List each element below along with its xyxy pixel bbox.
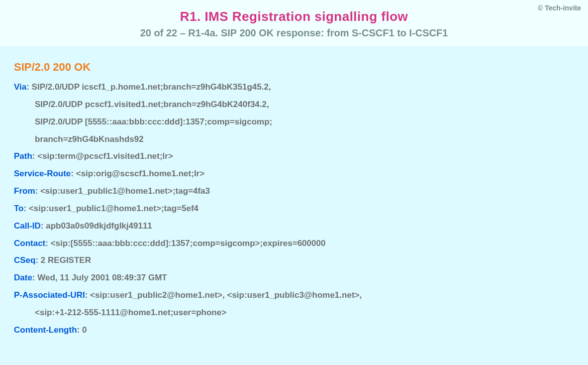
header-via-cont: SIP/2.0/UDP [5555::aaa:bbb:ccc:ddd]:1357… — [35, 114, 574, 131]
header-value: 0 — [82, 325, 87, 335]
page-subtitle: 20 of 22 – R1-4a. SIP 200 OK response: f… — [10, 27, 578, 39]
header-cseq: CSeq: 2 REGISTER — [14, 252, 574, 269]
header-name: Via — [14, 82, 26, 92]
header-name: Date — [14, 273, 32, 282]
header-value: <sip:user1_public2@home1.net>, <sip:user… — [90, 290, 362, 300]
sip-message-panel: SIP/2.0 200 OK Via: SIP/2.0/UDP icscf1_p… — [0, 46, 588, 365]
header-value: <sip:orig@scscf1.home1.net;lr> — [76, 169, 204, 178]
header-value: <sip:term@pcscf1.visited1.net;lr> — [37, 151, 173, 161]
sip-status-line: SIP/2.0 200 OK — [14, 61, 574, 74]
header-name: From — [14, 186, 35, 196]
header-name: Call-ID — [14, 221, 41, 231]
header-name: CSeq — [14, 255, 35, 265]
header-band: © Tech-invite R1. IMS Registration signa… — [0, 0, 588, 46]
header-service-route: Service-Route: <sip:orig@scscf1.home1.ne… — [14, 165, 574, 183]
header-content-length: Content-Length: 0 — [14, 322, 574, 339]
header-value: Wed, 11 July 2001 08:49:37 GMT — [37, 273, 167, 282]
header-path: Path: <sip:term@pcscf1.visited1.net;lr> — [14, 148, 574, 165]
page-title: R1. IMS Registration signalling flow — [10, 9, 578, 24]
header-name: To — [14, 204, 24, 213]
header-value: <sip:user1_public1@home1.net>;tag=4fa3 — [40, 186, 210, 196]
header-from: From: <sip:user1_public1@home1.net>;tag=… — [14, 183, 574, 200]
copyright-text: © Tech-invite — [538, 4, 581, 12]
header-name: Service-Route — [14, 169, 71, 178]
header-to: To: <sip:user1_public1@home1.net>;tag=5e… — [14, 200, 574, 218]
header-name: Content-Length — [14, 325, 77, 335]
header-p-associated-uri: P-Associated-URI: <sip:user1_public2@hom… — [14, 287, 574, 304]
header-value: apb03a0s09dkjdfglkj49111 — [46, 221, 152, 231]
header-via: Via: SIP/2.0/UDP icscf1_p.home1.net;bran… — [14, 79, 574, 96]
header-value: <sip:[5555::aaa:bbb:ccc:ddd]:1357;comp=s… — [51, 239, 326, 248]
header-contact: Contact: <sip:[5555::aaa:bbb:ccc:ddd]:13… — [14, 235, 574, 252]
header-date: Date: Wed, 11 July 2001 08:49:37 GMT — [14, 269, 574, 287]
header-value: <sip:user1_public1@home1.net>;tag=5ef4 — [29, 204, 198, 213]
header-value: 2 REGISTER — [41, 255, 91, 265]
header-via-cont: SIP/2.0/UDP pcscf1.visited1.net;branch=z… — [35, 96, 574, 114]
header-p-associated-uri-cont: <sip:+1-212-555-1111@home1.net;user=phon… — [35, 304, 574, 322]
header-via-cont: branch=z9hG4bKnashds92 — [35, 131, 574, 148]
header-name: P-Associated-URI — [14, 290, 85, 300]
header-name: Contact — [14, 239, 45, 248]
header-call-id: Call-ID: apb03a0s09dkjdfglkj49111 — [14, 218, 574, 235]
header-value: SIP/2.0/UDP icscf1_p.home1.net;branch=z9… — [32, 82, 271, 92]
header-name: Path — [14, 151, 32, 161]
